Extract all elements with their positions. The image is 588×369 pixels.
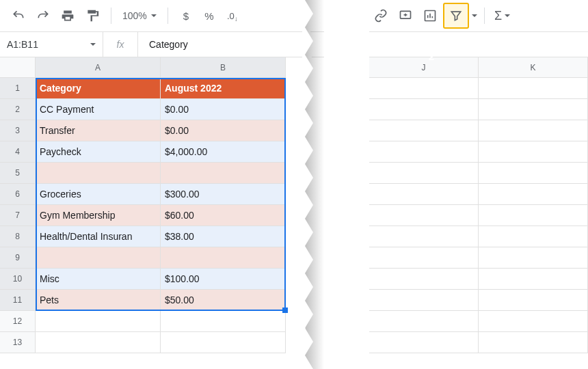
cells-left: Category August 2022 CC Payment $0.00 Tr… [36, 78, 286, 353]
cell[interactable] [36, 247, 161, 269]
chevron-down-icon [505, 14, 510, 17]
cell[interactable]: $0.00 [161, 120, 286, 141]
cell[interactable]: $300.00 [161, 184, 286, 205]
cell[interactable] [479, 205, 588, 226]
cell[interactable] [161, 247, 286, 269]
redo-button[interactable] [31, 4, 55, 27]
cell[interactable]: $60.00 [161, 205, 286, 226]
name-box[interactable]: A1:B11 [0, 32, 103, 57]
currency-button[interactable]: $ [175, 4, 197, 27]
cell[interactable] [161, 311, 286, 332]
cells-right [369, 78, 588, 353]
cell[interactable]: Groceries [36, 184, 161, 205]
cell[interactable] [479, 269, 588, 290]
cell[interactable] [369, 290, 479, 311]
cell[interactable] [479, 332, 588, 353]
formula-bar: A1:B11 fx [0, 32, 588, 57]
cell[interactable] [369, 269, 479, 290]
column-headers-right: J K [369, 57, 588, 78]
cell[interactable] [369, 226, 479, 247]
cell[interactable] [369, 99, 479, 120]
cell[interactable]: $4,000.00 [161, 141, 286, 163]
cell[interactable] [479, 120, 588, 141]
cell[interactable] [161, 163, 286, 184]
row-header[interactable]: 11 [0, 290, 36, 311]
column-headers-left: A B [36, 57, 286, 78]
cell[interactable]: $100.00 [161, 269, 286, 290]
cell[interactable]: CC Payment [36, 99, 161, 120]
functions-button[interactable]: Σ [492, 4, 513, 27]
row-header[interactable]: 9 [0, 247, 36, 269]
row-header[interactable]: 8 [0, 226, 36, 247]
paint-format-button[interactable] [81, 4, 104, 27]
cell[interactable] [479, 141, 588, 163]
cell[interactable] [369, 332, 479, 353]
cell[interactable] [36, 332, 161, 353]
insert-link-button[interactable] [369, 4, 392, 27]
chevron-down-icon [90, 43, 96, 46]
col-header-K[interactable]: K [479, 57, 588, 78]
gap-mask [324, 0, 369, 369]
cell[interactable] [479, 163, 588, 184]
name-box-value: A1:B11 [7, 39, 38, 50]
cell[interactable]: $50.00 [161, 290, 286, 311]
print-button[interactable] [56, 4, 79, 27]
row-header[interactable]: 10 [0, 269, 36, 290]
insert-chart-button[interactable] [418, 4, 442, 27]
row-header[interactable]: 13 [0, 332, 36, 353]
row-headers: 1 2 3 4 5 6 7 8 9 10 11 12 13 [0, 78, 36, 353]
cell[interactable]: Gym Membership [36, 205, 161, 226]
undo-button[interactable] [7, 4, 30, 27]
cell[interactable] [36, 311, 161, 332]
cell[interactable] [369, 205, 479, 226]
cell[interactable] [479, 226, 588, 247]
row-header[interactable]: 3 [0, 120, 36, 141]
row-header[interactable]: 4 [0, 141, 36, 163]
toolbar-right: Σ [369, 0, 513, 31]
cell[interactable] [479, 311, 588, 332]
cell[interactable]: $38.00 [161, 226, 286, 247]
col-header-B[interactable]: B [161, 57, 286, 78]
select-all-corner[interactable] [0, 57, 36, 78]
cell[interactable]: Health/Dental Insuran [36, 226, 161, 247]
cell[interactable]: $0.00 [161, 99, 286, 120]
row-header[interactable]: 7 [0, 205, 36, 226]
toolbar-separator [168, 8, 168, 24]
cell[interactable] [161, 332, 286, 353]
cell[interactable] [369, 247, 479, 269]
row-header[interactable]: 1 [0, 78, 36, 99]
decrease-decimal-button[interactable]: .0↓ [222, 4, 243, 27]
cell[interactable] [36, 163, 161, 184]
cell[interactable]: Pets [36, 290, 161, 311]
cell[interactable] [479, 78, 588, 99]
cell[interactable] [369, 78, 479, 99]
zoom-value: 100% [122, 10, 147, 21]
cell[interactable]: August 2022 [161, 78, 286, 99]
col-header-A[interactable]: A [36, 57, 161, 78]
percent-button[interactable]: % [198, 4, 220, 27]
row-header[interactable]: 12 [0, 311, 36, 332]
cell[interactable] [479, 184, 588, 205]
cell[interactable] [479, 99, 588, 120]
cell[interactable] [369, 141, 479, 163]
row-header[interactable]: 6 [0, 184, 36, 205]
cell[interactable] [479, 290, 588, 311]
cell[interactable] [369, 311, 479, 332]
filter-dropdown[interactable] [470, 14, 477, 17]
cell[interactable] [369, 163, 479, 184]
row-header[interactable]: 5 [0, 163, 36, 184]
create-filter-button[interactable] [443, 3, 469, 29]
annotation-callout-1: 1 [293, 310, 316, 340]
cell[interactable]: Paycheck [36, 141, 161, 163]
cell[interactable]: Category [36, 78, 161, 99]
row-header[interactable]: 2 [0, 99, 36, 120]
cell[interactable]: Transfer [36, 120, 161, 141]
cell[interactable]: Misc [36, 269, 161, 290]
cell[interactable] [369, 120, 479, 141]
zoom-dropdown[interactable]: 100% [118, 10, 161, 21]
chevron-down-icon [472, 14, 477, 17]
annotation-callout-2: 2 [420, 37, 443, 67]
insert-comment-button[interactable] [394, 4, 417, 27]
cell[interactable] [369, 184, 479, 205]
cell[interactable] [479, 247, 588, 269]
